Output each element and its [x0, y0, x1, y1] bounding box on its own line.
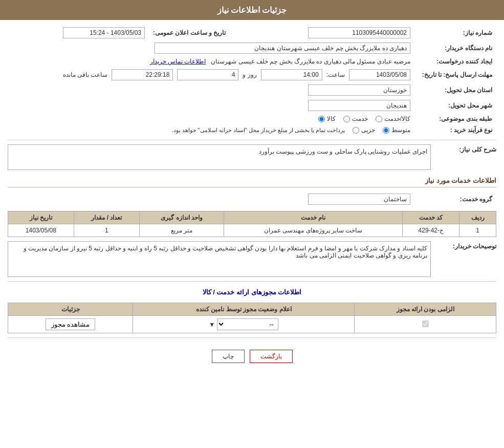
noeFarayand-jozi-label: جزیی	[361, 126, 375, 134]
tabaqe-kala-khidmat[interactable]: کالا/خدمت	[376, 115, 410, 122]
main-content: شماره نیاز: 1103095440000002 تاریخ و ساع…	[0, 20, 504, 376]
noeFarayand-label: نوع فرآیند خرید :	[414, 124, 496, 136]
tarikh-field: 1403/05/03 - 15:24	[63, 27, 145, 38]
tabaqe-kala-khidmat-label: کالا/خدمت	[384, 115, 410, 122]
page-header: جزئیات اطلاعات نیاز	[0, 0, 504, 20]
tabaqe-label: طبقه بندی موضوعی:	[414, 113, 496, 124]
groheKhadamat-label: گروه خدمت:	[414, 191, 496, 207]
cell-namKhadamat: ساخت سایر پروژه‌های مهندسی عمران	[224, 224, 402, 237]
tabaqe-khidmat[interactable]: خدمت	[343, 115, 368, 122]
sharhKoli-section: شرح کلی نیاز: اجرای عملیات روشنایی پارک …	[8, 144, 496, 170]
namDastgah-value: دهیاری ده ملایزرگ بخش چم خلف عیسی شهرستا…	[8, 40, 414, 56]
shahr-field: هندیجان	[308, 100, 410, 111]
page-title: جزئیات اطلاعات نیاز	[217, 6, 287, 14]
ijadKonande-link[interactable]: اطلاعات تماس خریدار	[150, 58, 206, 65]
table-row: 1 ج-42-429 ساخت سایر پروژه‌های مهندسی عم…	[8, 224, 496, 237]
groheKhadamat-value: ساختمان	[8, 191, 414, 207]
groheKhadamat-table: گروه خدمت: ساختمان	[8, 191, 496, 207]
cell-tarikh: 1403/05/08	[8, 224, 74, 237]
shomareNiaz-label: شماره نیاز:	[414, 25, 496, 40]
khadamat-section-title: اطلاعات خدمات مورد نیاز	[8, 174, 496, 187]
perm-elzami-cell	[355, 316, 496, 333]
mohlat-rooz-label: روز و	[243, 71, 256, 78]
perm-elzami-checkbox[interactable]	[422, 321, 429, 327]
mohlat-saat-mande-label: ساعت باقی مانده	[63, 71, 108, 78]
perm-col-joziyat: جزئیات	[8, 303, 133, 316]
tarikh-label: تاریخ و ساعت اعلان عمومی:	[149, 25, 241, 40]
mohlat-row: 1403/05/08 ساعت: 14:00 روز و 4 22:29:18 …	[8, 67, 414, 82]
perm-vaziat-cell: -- ▼	[133, 316, 355, 333]
ijadKonande-label: ایجاد کننده درخواست:	[414, 56, 496, 67]
mohlat-date: 1403/05/08	[349, 69, 410, 80]
tabaqe-kala-khidmat-radio[interactable]	[376, 116, 382, 122]
tabaqe-khidmat-radio[interactable]	[343, 116, 350, 122]
services-table: ردیف کد خدمت نام خدمت واحد اندازه گیری ت…	[8, 211, 496, 237]
mohlat-remaining: 22:29:18	[112, 69, 173, 80]
basic-info-table: شماره نیاز: 1103095440000002 تاریخ و ساع…	[8, 25, 496, 136]
divider-1	[8, 140, 496, 140]
namDastgah-field: دهیاری ده ملایزرگ بخش چم خلف عیسی شهرستا…	[155, 42, 410, 54]
noeFarayand-jozi-radio[interactable]	[353, 127, 359, 134]
back-button[interactable]: بازگشت	[250, 350, 293, 363]
mohlat-rooz: 4	[177, 69, 238, 80]
namDastgah-label: نام دستگاه خریدار:	[414, 40, 496, 56]
noeFarayand-motavasset[interactable]: متوسط	[383, 126, 410, 134]
perm-show-button[interactable]: مشاهده مجوز	[46, 318, 96, 330]
col-vahed: واحد اندازه گیری	[140, 211, 224, 224]
noeFarayand-row: متوسط جزیی پرداخت تمام یا بخشی از مبلغ خ…	[8, 124, 414, 136]
ijadKonande-value: مرضیه عبادی مسئول مالی دهیاری ده ملایزرگ…	[8, 56, 414, 67]
tabaqe-kala-label: کالا	[327, 115, 336, 122]
mohlat-saat: 14:00	[261, 69, 322, 80]
tabaqe-khidmat-label: خدمت	[352, 115, 368, 122]
mojavez-section-title: اطلاعات مجوزهای ارائه خدمت / کالا	[8, 286, 496, 298]
print-button[interactable]: چاپ	[212, 350, 245, 363]
tabaqe-options: کالا/خدمت خدمت کالا	[8, 113, 414, 124]
mohlat-saat-label: ساعت:	[326, 71, 345, 78]
tabaqe-kala-radio[interactable]	[318, 116, 325, 122]
permissions-table: الزامی بودن ارائه مجوز اعلام وضعیت مجوز …	[8, 303, 496, 333]
shahr-label: شهر محل تحویل:	[414, 98, 496, 113]
mohlat-label: مهلت ارسال پاسخ: تا تاریخ:	[414, 67, 496, 82]
perm-table-row: -- ▼ مشاهده مجوز	[8, 316, 496, 333]
col-radif: ردیف	[459, 211, 496, 224]
noeFarayand-motavasset-label: متوسط	[391, 126, 410, 134]
groheKhadamat-field: ساختمان	[308, 194, 410, 205]
perm-joziyat-cell: مشاهده مجوز	[8, 316, 133, 333]
page-wrapper: جزئیات اطلاعات نیاز شماره نیاز: 11030954…	[0, 0, 504, 448]
sharhKoli-label: شرح کلی نیاز:	[435, 144, 496, 153]
divider-3	[8, 337, 496, 338]
col-namKhadamat: نام خدمت	[224, 211, 402, 224]
chevron-icon: ▼	[209, 321, 215, 328]
ijadKonande-text: مرضیه عبادی مسئول مالی دهیاری ده ملایزرگ…	[211, 58, 410, 65]
cell-radif: 1	[459, 224, 496, 237]
divider-2	[8, 281, 496, 282]
shomareNiaz-field: 1103095440000002	[308, 27, 410, 38]
perm-col-elzami: الزامی بودن ارائه مجوز	[355, 303, 496, 316]
noeFarayand-motavasset-radio[interactable]	[383, 127, 389, 134]
tosifat-section: توصیحات خریدار: کلیه اسناد و مدارک شرکت …	[8, 241, 496, 277]
cell-kodKhadamat: ج-42-429	[403, 224, 459, 237]
ostan-label: استان محل تحویل:	[414, 82, 496, 98]
shahr-value: هندیجان	[8, 98, 414, 113]
noeFarayand-jozi[interactable]: جزیی	[353, 126, 375, 134]
col-tedad: تعداد / مقدار	[74, 211, 140, 224]
perm-vaziat-select[interactable]: --	[217, 318, 278, 330]
sharhKoli-value: اجرای عملیات روشنایی پارک ساحلی و ست ورز…	[8, 144, 431, 170]
tarikh-value: 1403/05/03 - 15:24	[8, 25, 149, 40]
ostan-field: خوزستان	[308, 84, 410, 96]
perm-col-vaziat: اعلام وضعیت مجوز توسط نامین کننده	[133, 303, 355, 316]
tabaqe-kala[interactable]: کالا	[318, 115, 336, 122]
ostan-value: خوزستان	[8, 82, 414, 98]
col-tarikh: تاریخ نیاز	[8, 211, 74, 224]
cell-tedad: 1	[74, 224, 140, 237]
tosifat-label: توصیحات خریدار:	[435, 241, 496, 250]
cell-vahed: متر مربع	[140, 224, 224, 237]
shomareNiaz-value: 1103095440000002	[241, 25, 414, 40]
noeFarayand-note: پرداخت تمام یا بخشی از مبلغ خریداز محل "…	[171, 127, 345, 134]
col-kodKhadamat: کد خدمت	[403, 211, 459, 224]
bottom-buttons: بازگشت چاپ	[8, 342, 496, 371]
tosifat-value: کلیه اسناد و مدارک شرکت با مهر و امضا و …	[8, 241, 431, 277]
